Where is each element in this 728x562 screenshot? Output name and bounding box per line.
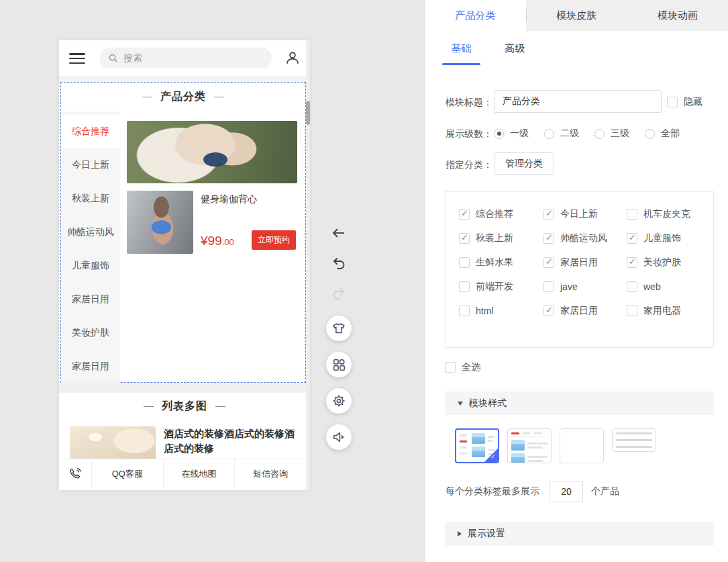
settings-button[interactable] — [326, 388, 352, 414]
sms-consult-button[interactable]: 短信咨询 — [234, 459, 306, 488]
category-checkbox[interactable]: 儿童服饰 — [627, 232, 721, 244]
style-option-sidebar-list[interactable] — [455, 428, 499, 463]
checkbox-icon — [459, 306, 470, 316]
style-option-grid[interactable] — [560, 428, 604, 463]
header-separator — [59, 76, 310, 82]
redo-button[interactable] — [330, 285, 348, 302]
category-item[interactable]: 综合推荐 — [61, 115, 120, 148]
category-item[interactable]: 今日上新 — [61, 148, 120, 182]
search-placeholder: 搜索 — [123, 52, 142, 64]
category-content: 健身瑜伽背心 ¥99.00 立即预约 — [120, 111, 305, 382]
settings-subtabs: 基础 高级 — [425, 31, 728, 66]
level-radio[interactable]: 全部 — [645, 128, 680, 140]
modules-button[interactable] — [326, 352, 352, 377]
category-sidebar: 综合推荐 今日上新 秋装上新 帅酷运动风 儿童服饰 家居日用 美妆护肤 家居日 — [61, 111, 120, 382]
category-item[interactable]: 儿童服饰 — [61, 249, 120, 283]
checkbox-icon — [667, 97, 678, 107]
checkbox-icon — [445, 362, 456, 373]
module-style-section-header[interactable]: 模块样式 — [445, 391, 714, 415]
hide-label: 隐藏 — [684, 96, 703, 108]
max-products-input[interactable] — [550, 481, 583, 502]
tshirt-icon — [331, 321, 346, 336]
category-checkbox[interactable]: html — [459, 306, 543, 316]
category-checkbox[interactable]: 帅酷运动风 — [543, 232, 627, 244]
max-products-suffix: 个产品 — [591, 485, 619, 498]
levels-radio-group: 一级 二级 三级 全部 — [494, 128, 695, 140]
radio-icon — [494, 129, 504, 139]
module-product-category[interactable]: 产品分类 综合推荐 今日上新 秋装上新 帅酷运动风 儿童服饰 — [60, 82, 306, 383]
category-checkbox[interactable]: 家用电器 — [627, 305, 721, 317]
checkbox-icon — [627, 257, 637, 268]
phone-header: 搜索 — [59, 40, 310, 76]
display-settings-section-header[interactable]: 展示设置 — [445, 522, 714, 546]
buy-now-button[interactable]: 立即预约 — [252, 230, 296, 250]
hamburger-menu-icon[interactable] — [69, 53, 85, 64]
category-checkbox[interactable]: web — [627, 281, 721, 292]
category-item[interactable]: 美妆护肤 — [61, 316, 120, 350]
checkbox-icon — [459, 233, 470, 244]
back-button[interactable] — [330, 224, 348, 242]
search-input[interactable]: 搜索 — [99, 48, 272, 68]
phone-bottom-bar: QQ客服 在线地图 短信咨询 — [59, 459, 306, 488]
product-image — [127, 191, 193, 254]
module-tab[interactable]: 产品分类 — [425, 0, 526, 31]
level-radio[interactable]: 二级 — [544, 128, 579, 140]
category-item[interactable]: 帅酷运动风 — [61, 216, 120, 249]
radio-icon — [594, 129, 605, 139]
module-gap — [59, 383, 310, 393]
category-item[interactable]: 秋装上新 — [61, 182, 120, 216]
search-icon — [108, 53, 118, 63]
category-banner-image[interactable] — [127, 121, 297, 183]
radio-icon — [645, 129, 655, 139]
theme-skin-button[interactable] — [326, 316, 352, 341]
phone-preview: 搜索 产品分类 综合推荐 今日上新 秋装上新 — [59, 40, 310, 490]
max-products-prefix: 每个分类标签最多展示 — [446, 485, 539, 498]
announcement-button[interactable] — [326, 424, 352, 450]
style-option-text-list[interactable] — [612, 428, 656, 452]
back-arrow-icon — [331, 225, 347, 241]
category-checkbox-box: 综合推荐 今日上新 机车皮夹克 秋装上新 — [445, 191, 714, 348]
phone-scrollbar[interactable] — [306, 40, 310, 490]
hide-checkbox[interactable]: 隐藏 — [667, 96, 703, 108]
checkbox-icon — [543, 209, 554, 220]
product-card[interactable]: 健身瑜伽背心 ¥99.00 立即预约 — [127, 191, 297, 254]
phone-icon — [68, 467, 83, 481]
checkbox-icon — [543, 233, 554, 244]
editor-canvas: 搜索 产品分类 综合推荐 今日上新 秋装上新 — [0, 0, 424, 562]
manage-categories-button[interactable]: 管理分类 — [494, 152, 554, 175]
select-all-label: 全选 — [462, 361, 480, 373]
checkbox-icon — [543, 281, 554, 292]
checkbox-icon — [459, 281, 470, 292]
category-checkbox[interactable]: 前端开发 — [459, 281, 543, 293]
checkbox-icon — [459, 209, 470, 220]
phone-call-button[interactable] — [59, 459, 91, 488]
category-checkbox[interactable]: 家居日用 — [543, 256, 627, 269]
settings-subtab[interactable]: 基础 — [442, 31, 480, 66]
category-checkbox[interactable]: 今日上新 — [543, 208, 627, 220]
category-item[interactable]: 家居日用 — [61, 350, 120, 383]
online-map-button[interactable]: 在线地图 — [163, 459, 235, 488]
category-checkbox[interactable]: 秋装上新 — [459, 232, 543, 244]
category-item[interactable]: 家居日用 — [61, 283, 120, 316]
module-title: 列表多图 — [59, 393, 310, 420]
undo-button[interactable] — [330, 254, 348, 272]
category-checkbox[interactable]: 生鲜水果 — [459, 256, 543, 269]
level-radio[interactable]: 三级 — [594, 128, 629, 140]
user-account-icon[interactable] — [284, 49, 301, 66]
category-checkbox[interactable]: 美妆护肤 — [627, 256, 721, 269]
module-tab[interactable]: 模块动画 — [627, 0, 728, 31]
module-title-input[interactable] — [494, 90, 662, 113]
module-style-options — [455, 428, 664, 463]
qq-service-button[interactable]: QQ客服 — [91, 459, 163, 488]
gear-icon — [331, 393, 346, 408]
category-checkbox[interactable]: 综合推荐 — [459, 208, 543, 220]
level-radio[interactable]: 一级 — [494, 128, 529, 140]
select-all-checkbox[interactable]: 全选 — [445, 361, 480, 373]
settings-subtab[interactable]: 高级 — [496, 31, 534, 66]
scrollbar-thumb[interactable] — [306, 101, 310, 125]
category-checkbox[interactable]: 机车皮夹克 — [627, 208, 721, 220]
module-tab[interactable]: 模块皮肤 — [526, 0, 627, 31]
category-checkbox[interactable]: 家居日用 — [543, 305, 627, 317]
category-checkbox[interactable]: jave — [543, 281, 627, 292]
style-option-tab-list[interactable] — [507, 428, 552, 463]
